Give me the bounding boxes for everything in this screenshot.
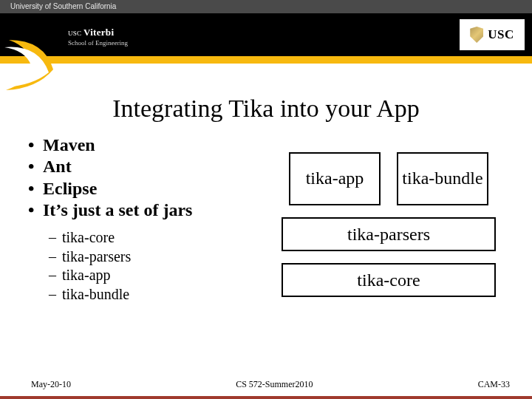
viterbi-swoosh-icon — [0, 37, 58, 95]
usc-badge: USC — [460, 19, 525, 50]
header-black-band: USC Viterbi School of Engineering USC — [0, 13, 532, 56]
viterbi-line1: USC Viterbi — [68, 27, 128, 38]
main-bullets: Maven Ant Eclipse It’s just a set of jar… — [27, 134, 270, 221]
sub-tika-bundle: tika-bundle — [49, 285, 270, 304]
bullet-maven: Maven — [27, 134, 270, 156]
slide: University of Southern California USC Vi… — [0, 0, 532, 399]
viterbi-wordmark: USC Viterbi School of Engineering — [68, 27, 128, 47]
sub-tika-core: tika-core — [49, 228, 270, 248]
box-tika-parsers: tika-parsers — [282, 217, 496, 251]
footer-course: CS 572-Summer2010 — [236, 379, 313, 390]
footer-page: CAM-33 — [478, 379, 510, 390]
gold-bar — [0, 56, 532, 64]
sub-bullets: tika-core tika-parsers tika-app tika-bun… — [27, 228, 270, 304]
logo-area — [0, 64, 532, 95]
box-tika-core: tika-core — [282, 263, 496, 297]
bullet-ant: Ant — [27, 156, 270, 177]
footer: May-20-10 CS 572-Summer2010 CAM-33 — [0, 379, 532, 390]
bullet-eclipse: Eclipse — [27, 178, 270, 200]
usc-short: USC — [488, 27, 514, 42]
university-bar: University of Southern California — [0, 0, 532, 13]
diagram-column: tika-app tika-bundle tika-parsers tika-c… — [270, 134, 511, 366]
bullet-column: Maven Ant Eclipse It’s just a set of jar… — [27, 134, 270, 366]
box-tika-app: tika-app — [289, 152, 381, 205]
viterbi-line2: School of Engineering — [68, 39, 128, 47]
diagram-row-top: tika-app tika-bundle — [278, 152, 499, 205]
footer-date: May-20-10 — [31, 379, 71, 390]
bottom-accent-bar — [0, 396, 532, 399]
bullet-jars: It’s just a set of jars — [27, 200, 270, 221]
sub-tika-app: tika-app — [49, 266, 270, 285]
sub-tika-parsers: tika-parsers — [49, 248, 270, 267]
body: Maven Ant Eclipse It’s just a set of jar… — [27, 134, 511, 366]
box-tika-bundle: tika-bundle — [397, 152, 488, 205]
shield-icon — [470, 27, 483, 43]
slide-title: Integrating Tika into your App — [0, 95, 532, 123]
tika-diagram: tika-app tika-bundle tika-parsers tika-c… — [278, 152, 499, 297]
university-name: University of Southern California — [10, 2, 116, 10]
